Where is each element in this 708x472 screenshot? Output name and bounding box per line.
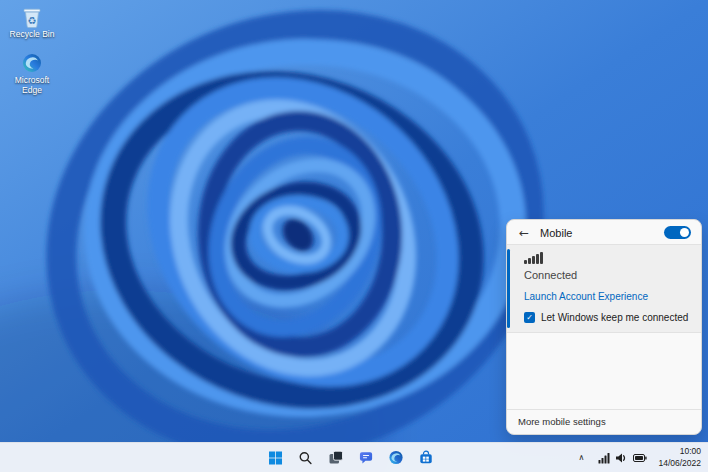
taskbar: ∧ 10:00 14/06/2022 [0, 442, 708, 472]
mobile-toggle-switch[interactable] [664, 226, 691, 239]
edge-icon [388, 450, 403, 465]
windows-logo-icon [269, 451, 283, 465]
cellular-signal-icon [598, 452, 610, 464]
checkbox-checked-icon[interactable]: ✓ [524, 312, 535, 323]
selection-accent-bar [507, 249, 510, 328]
recycle-bin-icon: ♻ [21, 6, 43, 28]
task-view-icon [328, 450, 343, 465]
system-tray: ∧ 10:00 14/06/2022 [576, 443, 703, 472]
search-icon [299, 451, 313, 465]
connection-section: Connected Launch Account Experience ✓ Le… [507, 244, 701, 333]
start-button[interactable] [264, 446, 288, 470]
mobile-flyout-panel: ← Mobile Connected Launch Account Experi… [506, 219, 702, 435]
flyout-header: ← Mobile [507, 220, 701, 244]
windows-desktop: { "colors": { "accent": "#0067c0", "task… [0, 0, 708, 472]
checkbox-label: Let Windows keep me connected [541, 312, 688, 323]
desktop-icon-list: ♻ Recycle Bin Microsoft Edge [4, 6, 60, 95]
flyout-empty-area [507, 333, 701, 409]
clock[interactable]: 10:00 14/06/2022 [658, 446, 703, 468]
clock-date: 14/06/2022 [658, 458, 701, 469]
launch-account-experience-link[interactable]: Launch Account Experience [524, 291, 648, 302]
quick-settings-button[interactable] [594, 449, 651, 467]
chat-icon [358, 450, 373, 465]
back-button[interactable]: ← [517, 227, 531, 239]
desktop-icon-microsoft-edge[interactable]: Microsoft Edge [4, 52, 60, 96]
toggle-knob [680, 228, 689, 237]
more-mobile-settings-link[interactable]: More mobile settings [507, 409, 701, 434]
hidden-icons-chevron[interactable]: ∧ [576, 451, 588, 464]
panel-title: Mobile [540, 227, 572, 239]
volume-icon [615, 452, 628, 464]
desktop-icon-recycle-bin[interactable]: ♻ Recycle Bin [4, 6, 60, 40]
store-icon [418, 450, 433, 465]
search-button[interactable] [294, 446, 318, 470]
clock-time: 10:00 [658, 446, 701, 457]
keep-connected-row[interactable]: ✓ Let Windows keep me connected [524, 312, 691, 323]
store-button[interactable] [414, 446, 438, 470]
edge-button[interactable] [384, 446, 408, 470]
battery-icon [633, 452, 647, 464]
task-view-button[interactable] [324, 446, 348, 470]
check-glyph: ✓ [526, 314, 533, 322]
desktop-icon-label: Recycle Bin [10, 30, 55, 40]
chat-button[interactable] [354, 446, 378, 470]
connection-status-text: Connected [524, 269, 691, 281]
cellular-signal-icon [524, 252, 691, 264]
desktop-icon-label: Microsoft Edge [4, 76, 60, 96]
svg-text:♻: ♻ [28, 15, 37, 26]
edge-icon [21, 52, 43, 74]
taskbar-center-icons [264, 443, 438, 472]
